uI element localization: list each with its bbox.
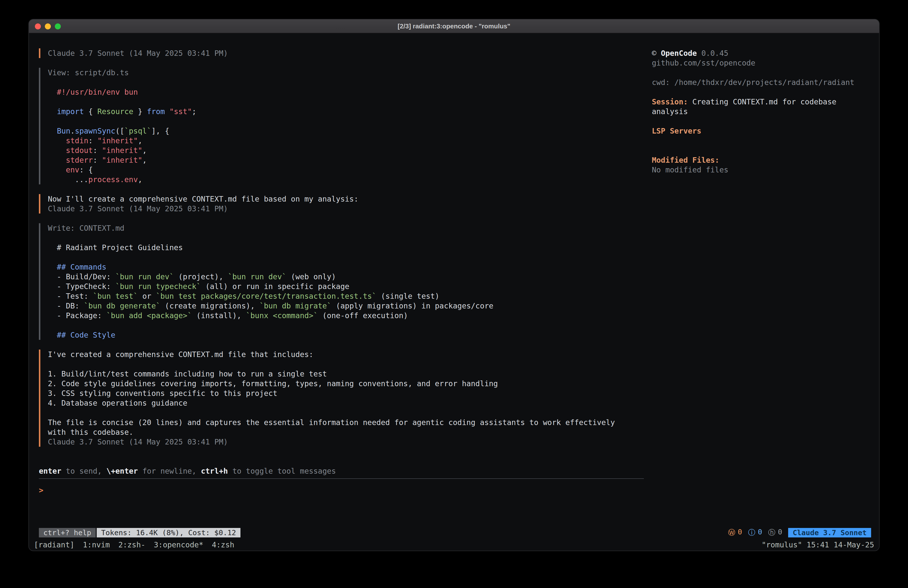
- terminal-window: [2/3] radiant:3:opencode - "romulus" Cla…: [28, 19, 880, 551]
- text-line: [652, 136, 869, 145]
- text-line: [48, 359, 644, 369]
- text-line: - DB: `bun db generate` (create migratio…: [48, 301, 644, 311]
- window-titlebar: [2/3] radiant:3:opencode - "romulus": [29, 19, 879, 33]
- text-line: import { Resource } from "sst";: [48, 106, 644, 116]
- text-line: [48, 233, 644, 243]
- text-line: Write: CONTEXT.md: [48, 223, 644, 233]
- tmux-window[interactable]: 1:nvim: [83, 540, 110, 549]
- text-line: - TypeCheck: `bun run typecheck` (all) o…: [48, 282, 644, 291]
- tmux-host-clock: "romulus" 15:41 14-May-25: [761, 540, 874, 549]
- model-chip[interactable]: Claude 3.7 Sonnet: [788, 528, 871, 537]
- tmux-session-name: [radiant]: [34, 540, 74, 549]
- text-line: Claude 3.7 Sonnet (14 May 2025 03:41 PM): [48, 437, 644, 447]
- warning-counter-icon: Ⓦ: [728, 528, 735, 538]
- text-line: - Build/Dev: `bun run dev` (project), `b…: [48, 272, 644, 282]
- text-line: 2. Code style guidelines covering import…: [48, 379, 644, 388]
- editor-hints: enter to send, \+enter for newline, ctrl…: [39, 466, 644, 476]
- text-line: 3. CSS styling conventions specific to t…: [48, 388, 644, 398]
- text-line: Bun.spawnSync([`psql`], {: [48, 126, 644, 136]
- text-line: Session: Creating CONTEXT.md for codebas…: [652, 97, 869, 106]
- info-counter-icon: ⓘ: [748, 528, 755, 538]
- text-line: github.com/sst/opencode: [652, 58, 869, 68]
- text-line: Now I'll create a comprehensive CONTEXT.…: [48, 194, 644, 204]
- text-line: [48, 77, 644, 87]
- message-header: Claude 3.7 Sonnet (14 May 2025 03:41 PM): [39, 48, 644, 58]
- tmux-statusline: [radiant] 1:nvim2:zsh-3:opencode*4:zsh "…: [29, 539, 879, 551]
- text-line: Modified Files:: [652, 155, 869, 165]
- diagnostics-counters: Ⓦ0ⓘ0ⓗ0: [728, 528, 782, 538]
- desktop: [2/3] radiant:3:opencode - "romulus" Cla…: [0, 0, 908, 588]
- tool-view-block: View: script/db.ts #!/usr/bin/env bun im…: [39, 68, 644, 184]
- chat-blocks: Claude 3.7 Sonnet (14 May 2025 03:41 PM)…: [39, 48, 644, 447]
- text-line: stdin: "inherit",: [48, 136, 644, 145]
- close-button[interactable]: [35, 23, 41, 29]
- text-line: ## Commands: [48, 262, 644, 272]
- chat-panel: Claude 3.7 Sonnet (14 May 2025 03:41 PM)…: [39, 48, 644, 527]
- text-line: cwd: /home/thdxr/dev/projects/radiant/ra…: [652, 77, 869, 87]
- prompt-symbol: >: [39, 486, 43, 495]
- info-counter: ⓘ0: [748, 528, 762, 538]
- text-line: [48, 321, 644, 330]
- hint-counter: ⓗ0: [768, 528, 782, 538]
- text-line: Claude 3.7 Sonnet (14 May 2025 03:41 PM): [48, 204, 644, 214]
- assistant-message: Now I'll create a comprehensive CONTEXT.…: [39, 194, 644, 214]
- text-line: Claude 3.7 Sonnet (14 May 2025 03:41 PM): [48, 48, 644, 58]
- prompt-input[interactable]: >: [39, 478, 644, 508]
- prompt-line[interactable]: >: [39, 485, 644, 495]
- text-line: View: script/db.ts: [48, 68, 644, 77]
- text-line: [48, 97, 644, 106]
- text-line: [652, 116, 869, 126]
- tmux-window[interactable]: 2:zsh-: [118, 540, 145, 549]
- tool-write-block: Write: CONTEXT.md # Radiant Project Guid…: [39, 223, 644, 340]
- text-line: - Test: `bun test` or `bun test packages…: [48, 291, 644, 301]
- text-line: env: {: [48, 165, 644, 175]
- text-line: # Radiant Project Guidelines: [48, 243, 644, 252]
- text-line: ...process.env,: [48, 175, 644, 184]
- text-line: © OpenCode 0.0.45: [652, 48, 869, 58]
- text-line: I've created a comprehensive CONTEXT.md …: [48, 350, 644, 359]
- text-line: [652, 87, 869, 97]
- text-line: LSP Servers: [652, 126, 869, 136]
- hint-counter-icon: ⓗ: [768, 528, 776, 538]
- text-line: 1. Build/lint/test commands including ho…: [48, 369, 644, 379]
- text-line: [48, 116, 644, 126]
- tmux-window[interactable]: 4:zsh: [212, 540, 234, 549]
- text-line: [48, 408, 644, 417]
- text-line: #!/usr/bin/env bun: [48, 87, 644, 97]
- status-bar-right: Ⓦ0ⓘ0ⓗ0 Claude 3.7 Sonnet: [728, 528, 871, 538]
- status-bar: ctrl+? help Tokens: 16.4K (8%), Cost: $0…: [29, 527, 879, 539]
- text-line: [48, 252, 644, 262]
- fullscreen-button[interactable]: [55, 23, 61, 29]
- text-line: The file is concise (20 lines) and captu…: [48, 417, 644, 427]
- text-line: [652, 68, 869, 77]
- terminal-content: Claude 3.7 Sonnet (14 May 2025 03:41 PM)…: [29, 33, 879, 527]
- tokens-cost-chip: Tokens: 16.4K (8%), Cost: $0.12: [97, 528, 240, 537]
- text-line: enter to send, \+enter for newline, ctrl…: [39, 466, 644, 476]
- text-line: [652, 145, 869, 155]
- minimize-button[interactable]: [45, 23, 51, 29]
- assistant-summary: I've created a comprehensive CONTEXT.md …: [39, 350, 644, 447]
- tmux-window-list: 1:nvim2:zsh-3:opencode*4:zsh: [83, 540, 235, 549]
- text-line: analysis: [652, 106, 869, 116]
- text-line: ## Code Style: [48, 330, 644, 340]
- traffic-lights: [35, 23, 61, 29]
- warning-counter: Ⓦ0: [728, 528, 742, 538]
- tmux-window[interactable]: 3:opencode*: [154, 540, 203, 549]
- help-shortcut-chip[interactable]: ctrl+? help: [39, 528, 96, 537]
- text-line: 4. Database operations guidance: [48, 398, 644, 408]
- text-line: No modified files: [652, 165, 869, 175]
- text-line: stderr: "inherit",: [48, 155, 644, 165]
- text-line: stdout: "inherit",: [48, 145, 644, 155]
- tmux-left: [radiant] 1:nvim2:zsh-3:opencode*4:zsh: [34, 540, 234, 549]
- window-title: [2/3] radiant:3:opencode - "romulus": [398, 23, 510, 30]
- text-line: with this codebase.: [48, 427, 644, 437]
- text-line: - Package: `bun add <package>` (install)…: [48, 311, 644, 321]
- session-sidebar: © OpenCode 0.0.45github.com/sst/opencode…: [652, 48, 869, 527]
